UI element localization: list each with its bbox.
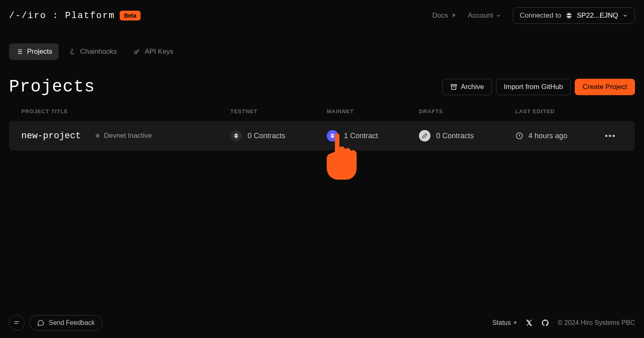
tab-label: Projects: [27, 48, 52, 56]
content-header: Projects Archive Import from GitHub Crea…: [0, 77, 644, 97]
devnet-status-label: Devnet Inactive: [104, 132, 152, 140]
status-link[interactable]: Status: [492, 319, 517, 327]
footer-right: Status © 2024 Hiro Systems PBC: [492, 319, 635, 327]
col-testnet: TESTNET: [230, 108, 327, 114]
testnet-cell: 0 Contracts: [230, 130, 327, 142]
svg-rect-7: [451, 84, 457, 86]
list-icon: [16, 48, 23, 55]
copyright: © 2024 Hiro Systems PBC: [558, 319, 635, 327]
testnet-count: 0 Contracts: [248, 132, 285, 140]
external-link-icon: [451, 13, 456, 18]
last-edited-cell: 4 hours ago: [515, 132, 598, 140]
connected-prefix: Connected to: [520, 11, 561, 20]
menu-icon: [13, 319, 20, 327]
status-label: Status: [492, 319, 511, 327]
archive-label: Archive: [461, 83, 484, 91]
docs-link[interactable]: Docs: [432, 11, 457, 20]
clock-icon: [515, 132, 523, 140]
col-mainnet: MAINNET: [327, 108, 419, 114]
tab-projects[interactable]: Projects: [9, 43, 59, 60]
archive-button[interactable]: Archive: [442, 79, 492, 95]
account-dropdown[interactable]: Account: [468, 11, 501, 20]
mainnet-count: 1 Contract: [344, 132, 378, 140]
footer: Send Feedback Status © 2024 Hiro Systems…: [0, 308, 644, 338]
table-header-row: PROJECT TITLE TESTNET MAINNET DRAFTS LAS…: [9, 108, 635, 121]
drafts-count: 0 Contracts: [436, 132, 474, 140]
drafts-cell: 0 Contracts: [419, 130, 515, 142]
chat-icon: [37, 319, 45, 327]
header-right: Docs Account Connected to SP22...EJNQ: [432, 7, 635, 24]
status-dot-icon: [96, 134, 100, 138]
beta-badge: Beta: [120, 11, 140, 21]
project-title-cell: new-project Devnet Inactive: [21, 131, 230, 141]
tab-label: Chainhooks: [80, 48, 117, 56]
draft-icon: [419, 130, 430, 142]
projects-table: PROJECT TITLE TESTNET MAINNET DRAFTS LAS…: [0, 108, 644, 151]
table-row[interactable]: new-project Devnet Inactive 0 Contracts …: [9, 121, 635, 151]
stacks-icon: [565, 12, 573, 19]
header-left: /-/iro : Platform Beta: [9, 11, 141, 21]
testnet-icon: [230, 130, 242, 142]
mainnet-icon: [327, 130, 338, 142]
more-actions-button[interactable]: •••: [598, 131, 623, 141]
tab-label: API Keys: [145, 48, 173, 56]
import-label: Import from GitHub: [504, 83, 563, 91]
x-twitter-link[interactable]: [526, 319, 533, 327]
wallet-connection[interactable]: Connected to SP22...EJNQ: [513, 7, 635, 24]
col-last-edited: LAST EDITED: [515, 108, 598, 114]
project-name: new-project: [21, 131, 81, 141]
page-title: Projects: [9, 77, 95, 97]
col-drafts: DRAFTS: [419, 108, 515, 114]
col-title: PROJECT TITLE: [21, 108, 230, 114]
feedback-label: Send Feedback: [49, 319, 95, 327]
create-project-button[interactable]: Create Project: [575, 79, 635, 95]
logo: /-/iro : Platform: [9, 11, 115, 21]
github-icon: [541, 319, 549, 327]
chevron-down-icon: [496, 13, 501, 18]
key-icon: [133, 48, 141, 55]
last-edited-value: 4 hours ago: [528, 132, 567, 140]
create-label: Create Project: [583, 83, 627, 91]
x-icon: [526, 319, 533, 327]
more-icon: •••: [605, 131, 616, 141]
mainnet-cell: 1 Contract: [327, 130, 419, 142]
external-link-icon: [512, 320, 517, 325]
import-github-button[interactable]: Import from GitHub: [496, 79, 571, 95]
archive-icon: [450, 83, 457, 91]
devnet-status: Devnet Inactive: [96, 132, 152, 140]
hook-icon: [68, 48, 76, 55]
send-feedback-button[interactable]: Send Feedback: [30, 315, 102, 331]
github-link[interactable]: [541, 319, 549, 327]
docs-label: Docs: [432, 11, 448, 20]
menu-button[interactable]: [9, 315, 25, 331]
wallet-address: SP22...EJNQ: [577, 11, 618, 20]
tab-chainhooks[interactable]: Chainhooks: [62, 43, 123, 60]
account-label: Account: [468, 11, 493, 20]
tab-apikeys[interactable]: API Keys: [127, 43, 180, 60]
header: /-/iro : Platform Beta Docs Account Conn…: [0, 0, 644, 31]
action-buttons: Archive Import from GitHub Create Projec…: [442, 79, 635, 95]
footer-left: Send Feedback: [9, 315, 102, 331]
chevron-down-icon: [622, 13, 628, 18]
nav-tabs: Projects Chainhooks API Keys: [0, 43, 644, 60]
